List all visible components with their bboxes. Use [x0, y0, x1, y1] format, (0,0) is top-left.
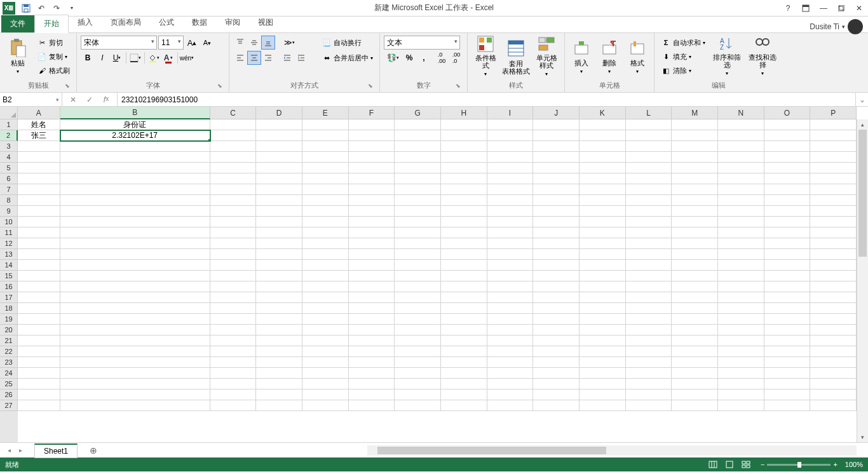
cell-C2[interactable] [210, 130, 257, 141]
cell-F20[interactable] [349, 325, 395, 335]
cell-O20[interactable] [764, 325, 811, 335]
cell-C15[interactable] [210, 271, 257, 281]
cell-C13[interactable] [210, 249, 257, 260]
cell-B22[interactable] [60, 346, 210, 357]
normal-view-button[interactable] [705, 457, 721, 471]
comma-button[interactable]: , [417, 51, 431, 65]
percent-button[interactable]: % [402, 51, 416, 65]
cell-N20[interactable] [718, 325, 764, 335]
cell-B11[interactable] [60, 227, 210, 238]
cell-I5[interactable] [487, 163, 534, 173]
cell-G12[interactable] [395, 238, 441, 249]
cell-N4[interactable] [718, 152, 764, 163]
cell-M13[interactable] [672, 249, 718, 260]
align-right-button[interactable] [261, 51, 275, 65]
cell-A16[interactable] [18, 281, 60, 292]
cell-K6[interactable] [580, 173, 626, 184]
cell-J22[interactable] [533, 346, 580, 357]
col-header-M[interactable]: M [672, 107, 718, 119]
cell-G16[interactable] [395, 281, 441, 292]
cell-P25[interactable] [810, 379, 857, 389]
name-box-input[interactable] [3, 95, 47, 104]
cell-G13[interactable] [395, 249, 441, 260]
row-header-7[interactable]: 7 [0, 184, 18, 195]
user-account[interactable]: Dusite Ti ▾ [810, 19, 863, 34]
name-box[interactable] [0, 93, 62, 106]
cell-G10[interactable] [395, 217, 441, 227]
cell-E13[interactable] [302, 249, 349, 260]
cell-G17[interactable] [395, 292, 441, 303]
cell-M16[interactable] [672, 281, 718, 292]
cell-F27[interactable] [349, 400, 395, 411]
cell-B27[interactable] [60, 400, 210, 411]
col-header-N[interactable]: N [718, 107, 764, 119]
cell-B13[interactable] [60, 249, 210, 260]
cell-E6[interactable] [302, 173, 349, 184]
cell-F23[interactable] [349, 357, 395, 368]
cell-A17[interactable] [18, 292, 60, 303]
cell-E18[interactable] [302, 303, 349, 314]
increase-font-button[interactable]: A▴ [185, 36, 199, 50]
tab-页面布局[interactable]: 页面布局 [102, 14, 150, 32]
cell-A1[interactable]: 姓名 [18, 119, 60, 130]
col-header-O[interactable]: O [764, 107, 811, 119]
insert-cells-button[interactable]: 插入▾ [569, 36, 594, 78]
cell-D4[interactable] [256, 152, 302, 163]
cell-A15[interactable] [18, 271, 60, 281]
row-header-13[interactable]: 13 [0, 249, 18, 260]
cell-H25[interactable] [441, 379, 487, 389]
cell-N15[interactable] [718, 271, 764, 281]
cell-K3[interactable] [580, 141, 626, 152]
cell-L1[interactable] [626, 119, 672, 130]
cell-D20[interactable] [256, 325, 302, 335]
cell-F26[interactable] [349, 389, 395, 400]
cell-M23[interactable] [672, 357, 718, 368]
sheet-nav-prev[interactable]: ◂ [4, 447, 14, 454]
row-header-24[interactable]: 24 [0, 368, 18, 379]
cell-J18[interactable] [533, 303, 580, 314]
scroll-down-button[interactable]: ▾ [857, 432, 868, 442]
cell-H3[interactable] [441, 141, 487, 152]
row-header-3[interactable]: 3 [0, 141, 18, 152]
cell-A21[interactable] [18, 335, 60, 346]
cell-I7[interactable] [487, 184, 534, 195]
cell-I9[interactable] [487, 206, 534, 217]
cell-E20[interactable] [302, 325, 349, 335]
cell-A12[interactable] [18, 238, 60, 249]
cell-N17[interactable] [718, 292, 764, 303]
cell-D27[interactable] [256, 400, 302, 411]
cell-C25[interactable] [210, 379, 257, 389]
cell-H16[interactable] [441, 281, 487, 292]
align-top-button[interactable] [233, 36, 247, 50]
cell-H21[interactable] [441, 335, 487, 346]
cell-A20[interactable] [18, 325, 60, 335]
format-as-table-button[interactable]: 套用 表格格式 [502, 36, 530, 78]
cell-J26[interactable] [533, 389, 580, 400]
cell-O8[interactable] [764, 195, 811, 206]
cell-P12[interactable] [810, 238, 857, 249]
col-header-P[interactable]: P [810, 107, 857, 119]
tab-审阅[interactable]: 审阅 [216, 14, 249, 32]
zoom-out-button[interactable]: − [761, 461, 764, 468]
autosum-button[interactable]: Σ自动求和 ▾ [658, 36, 708, 50]
phonetic-button[interactable]: wén▾ [180, 51, 194, 65]
cell-J12[interactable] [533, 238, 580, 249]
align-bottom-button[interactable] [261, 36, 275, 50]
underline-button[interactable]: U▾ [110, 51, 124, 65]
wrap-text-button[interactable]: 📃自动换行 [319, 36, 376, 50]
cell-N18[interactable] [718, 303, 764, 314]
cell-N10[interactable] [718, 217, 764, 227]
cell-G26[interactable] [395, 389, 441, 400]
cell-H7[interactable] [441, 184, 487, 195]
cell-J2[interactable] [533, 130, 580, 141]
cell-P19[interactable] [810, 314, 857, 325]
cell-D8[interactable] [256, 195, 302, 206]
cell-O12[interactable] [764, 238, 811, 249]
cell-O14[interactable] [764, 260, 811, 271]
cell-M27[interactable] [672, 400, 718, 411]
cell-J10[interactable] [533, 217, 580, 227]
cell-P15[interactable] [810, 271, 857, 281]
cell-C21[interactable] [210, 335, 257, 346]
cell-P26[interactable] [810, 389, 857, 400]
cell-F7[interactable] [349, 184, 395, 195]
